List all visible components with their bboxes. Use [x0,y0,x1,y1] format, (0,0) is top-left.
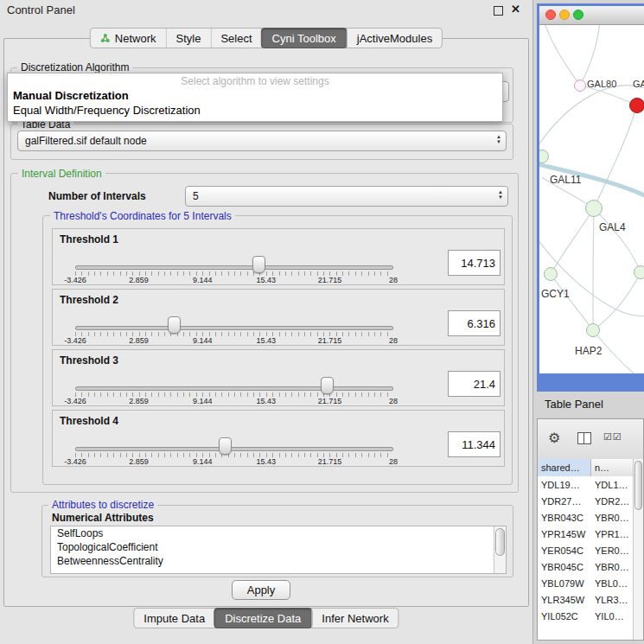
tab-label: Select [220,32,252,45]
scale-label: 28 [389,276,398,284]
table-panel-window: ⚙ ☑☑ shared… n… YDL19…YDL1… YDR27…YDR2… … [537,418,644,641]
scale-label: 9.144 [193,276,213,284]
table-row[interactable]: YBL079WYBL0… [538,575,643,591]
node-label-gal80: GAL80 [587,79,616,89]
algorithm-dropdown-list: Select algorithm to view settings Manual… [7,73,503,122]
table-row[interactable]: YPR145WYPR1… [538,526,643,542]
slider-thumb[interactable] [219,437,232,455]
table-row[interactable]: YDR27…YDR2… [538,493,643,509]
threshold-panel-1: Threshold 1 -3.426 2.859 9.144 15.43 21.… [52,228,505,285]
network-canvas[interactable]: GAL80 GA GAL11 GAL4 GCY1 HAP2 [539,25,644,373]
attributes-group-title: Attributes to discretize [48,499,157,511]
node-red-selected[interactable] [629,98,644,113]
float-window-icon[interactable] [494,6,503,16]
minimize-traffic-light-icon[interactable] [559,10,570,20]
stepper-arrows-icon[interactable]: ▲▼ [496,134,501,144]
table-row[interactable]: YBR045CYBR0… [538,558,643,575]
scale-label: 28 [389,336,398,345]
table-row[interactable]: YIL052CYIL0… [538,608,643,624]
tab-label: Cyni Toolbox [272,32,336,45]
checkbox-filter-icons[interactable]: ☑☑ [603,431,622,443]
scale-label: 9.144 [193,336,213,345]
scale-label: 15.43 [257,276,277,284]
slider-thumb[interactable] [168,316,181,334]
node-label-gcy1: GCY1 [541,288,570,300]
threshold-slider[interactable]: -3.426 2.859 9.144 15.43 21.715 28 [75,229,393,284]
tab-infer-network[interactable]: Infer Network [311,609,398,628]
control-panel-window: Control Panel ✕ Network Style Select Cyn… [0,0,533,644]
node-right-edge[interactable] [634,265,644,279]
threshold-slider[interactable]: -3.426 2.859 9.144 15.43 21.715 28 [75,411,393,466]
tab-select[interactable]: Select [210,29,261,48]
node-gcy1[interactable] [544,267,558,281]
table-header-row: shared… n… [538,459,643,477]
tab-discretize-data[interactable]: Discretize Data [214,608,312,628]
node-gal4[interactable] [585,200,603,217]
threshold-slider[interactable]: -3.426 2.859 9.144 15.43 21.715 28 [75,350,393,405]
network-view-window: GAL80 GA GAL11 GAL4 GCY1 HAP2 [537,3,644,392]
scale-label: 2.859 [129,336,149,345]
node-gal80[interactable] [574,80,586,92]
scale-label: 2.859 [129,276,149,284]
scale-label: 9.144 [193,397,213,405]
desktop: Control Panel ✕ Network Style Select Cyn… [0,0,644,644]
threshold-slider[interactable]: -3.426 2.859 9.144 15.43 21.715 28 [75,290,393,345]
tab-cyni-toolbox[interactable]: Cyni Toolbox [261,28,348,48]
table-panel-title: Table Panel [545,398,603,411]
threshold-panel-4: Threshold 4 -3.426 2.859 9.144 15.43 21.… [52,410,505,467]
thresholds-groupbox: Threshold's Coordinates for 5 Intervals … [42,215,513,485]
tab-label: Infer Network [322,612,388,625]
num-intervals-combobox[interactable]: 5 ▲▼ [185,186,508,207]
node-hap2[interactable] [586,323,600,337]
apply-button[interactable]: Apply [232,580,290,600]
table-row[interactable]: YLR345WYLR3… [538,591,643,608]
threshold-value-field[interactable]: 14.713 [448,250,501,276]
scale-label: 28 [389,457,398,466]
close-icon[interactable]: ✕ [511,3,520,16]
num-intervals-value: 5 [193,190,199,202]
scale-label: 21.715 [318,457,342,466]
scrollbar-thumb[interactable] [495,528,505,556]
slider-track[interactable] [75,386,393,391]
tab-style[interactable]: Style [166,29,211,48]
network-window-titlebar[interactable] [539,6,644,25]
gear-icon[interactable]: ⚙ [548,430,560,446]
column-header-shared-name[interactable]: shared… [538,459,591,476]
top-tab-bar: Network Style Select Cyni Toolbox jActiv… [90,28,443,48]
table-scrollbar[interactable] [633,459,643,640]
list-item[interactable]: SelfLoops [51,526,506,540]
table-row[interactable]: YBR043CYBR0… [538,509,643,526]
slider-thumb[interactable] [321,377,334,394]
list-item[interactable]: BetweennessCentrality [51,554,506,568]
slider-track[interactable] [75,326,393,330]
dropdown-placeholder-item: Select algorithm to view settings [8,73,502,88]
tab-impute-data[interactable]: Impute Data [134,609,214,628]
tab-network[interactable]: Network [91,29,166,48]
dropdown-option-equal-width[interactable]: Equal Width/Frequency Discretization [8,103,502,121]
attribute-list: SelfLoops TopologicalCoefficient Between… [50,526,507,574]
threshold-value-field[interactable]: 6.316 [448,310,501,336]
threshold-value-field[interactable]: 11.344 [448,431,501,457]
list-scrollbar[interactable] [494,526,506,573]
close-traffic-light-icon[interactable] [545,10,556,20]
table-row[interactable]: YDL19…YDL1… [538,476,643,493]
table-row[interactable]: YER054CYER0… [538,542,643,558]
list-item[interactable]: TopologicalCoefficient [51,540,506,554]
zoom-traffic-light-icon[interactable] [573,10,583,20]
dropdown-option-manual[interactable]: Manual Discretization [8,88,502,103]
table-data-combobox[interactable]: galFiltered.sif default node ▲▼ [17,131,507,151]
slider-ticks [75,332,393,336]
table-data-selected: galFiltered.sif default node [25,135,147,147]
tab-jactivemodules[interactable]: jActiveModules [347,29,442,48]
scale-label: 21.715 [318,276,342,284]
scrollbar-thumb[interactable] [634,461,642,510]
bottom-tab-bar: Impute Data Discretize Data Infer Networ… [133,608,399,628]
num-intervals-label: Number of Intervals [48,190,146,202]
columns-icon[interactable] [577,432,591,444]
slider-thumb[interactable] [252,256,265,273]
stepper-arrows-icon[interactable]: ▲▼ [498,189,503,200]
slider-track[interactable] [75,447,393,451]
threshold-value-field[interactable]: 21.4 [448,371,501,397]
slider-track[interactable] [75,265,393,270]
node-label-partial: GA [633,79,644,89]
